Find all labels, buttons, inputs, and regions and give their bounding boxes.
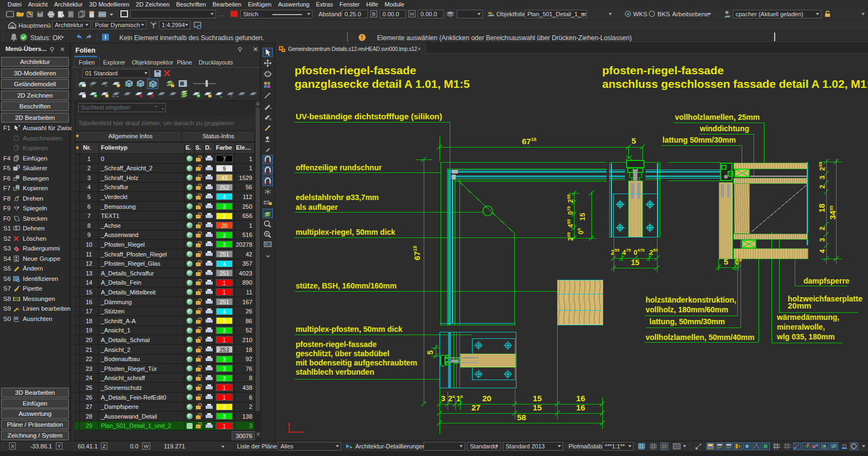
svg-text:27: 27: [471, 403, 481, 412]
svg-text:winddichtung: winddichtung: [699, 124, 749, 133]
svg-text:3: 3: [818, 176, 826, 179]
svg-text:holzständerkonstruktion,: holzständerkonstruktion,: [646, 296, 736, 304]
svg-text:UV-beständige dichtstofffuge (: UV-beständige dichtstofffuge (silikon): [296, 112, 442, 121]
svg-text:stahlblech verbunden: stahlblech verbunden: [296, 368, 374, 376]
svg-text:vollholzlamellen, 25mm: vollholzlamellen, 25mm: [675, 113, 760, 121]
svg-text:pfosten-riegel-fassade: pfosten-riegel-fassade: [295, 64, 416, 76]
svg-text:205: 205: [566, 232, 575, 241]
svg-text:vollholz, 180mm/60mm: vollholz, 180mm/60mm: [646, 305, 729, 314]
svg-text:4: 4: [818, 249, 826, 253]
svg-text:2: 2: [818, 185, 826, 189]
svg-text:pfosten-riegel-fassade: pfosten-riegel-fassade: [602, 64, 724, 76]
svg-text:stütze, BSH, 160mm/160mm: stütze, BSH, 160mm/160mm: [296, 281, 397, 290]
svg-text:als auflager: als auflager: [296, 203, 338, 211]
svg-text:5: 5: [426, 350, 435, 355]
svg-text:5: 5: [724, 257, 728, 266]
svg-text:16: 16: [576, 403, 585, 412]
svg-text:mineralwolle,: mineralwolle,: [777, 323, 825, 331]
svg-text:3455: 3455: [828, 205, 837, 220]
svg-text:multiplex-riegel, 50mm dick: multiplex-riegel, 50mm dick: [296, 228, 395, 236]
svg-text:075: 075: [566, 206, 575, 215]
svg-text:3: 3: [441, 394, 445, 403]
svg-text:15: 15: [578, 213, 586, 221]
svg-text:58: 58: [517, 413, 526, 422]
svg-text:anschluss geschlossen fassade: anschluss geschlossen fassade detail A 1…: [602, 78, 868, 90]
svg-text:geschlitzt, über stabdübel: geschlitzt, über stabdübel: [296, 349, 390, 358]
svg-text:24: 24: [448, 394, 455, 403]
svg-text:wärmedämmung,: wärmedämmung,: [776, 313, 839, 322]
svg-text:475: 475: [622, 248, 631, 256]
svg-text:16: 16: [576, 394, 585, 403]
svg-text:3: 3: [818, 238, 826, 242]
svg-text:offenzeilige rundschnur: offenzeilige rundschnur: [296, 163, 382, 172]
svg-text:0475: 0475: [634, 248, 645, 256]
svg-text:wlg 035, 180mm: wlg 035, 180mm: [776, 332, 835, 341]
svg-text:15: 15: [533, 403, 542, 412]
svg-text:20: 20: [482, 394, 492, 403]
svg-text:!: !: [361, 35, 363, 41]
svg-text:lattung 50mm/30mm: lattung 50mm/30mm: [662, 136, 736, 144]
svg-text:multiplex-pfosten, 50mm dick: multiplex-pfosten, 50mm dick: [296, 325, 403, 333]
svg-text:vollholzlamellen, 50mm/40mm: vollholzlamellen, 50mm/40mm: [646, 333, 755, 342]
svg-text:ganzglasecke detail A 1.01, M1: ganzglasecke detail A 1.01, M1:5: [295, 78, 470, 90]
svg-text:mit bodenseitig aufgeschraubte: mit bodenseitig aufgeschraubtem: [296, 358, 417, 367]
svg-text:20mm: 20mm: [788, 301, 811, 310]
svg-text:6716: 6716: [522, 137, 537, 146]
svg-text:15: 15: [533, 394, 542, 403]
svg-text:18: 18: [817, 203, 826, 213]
svg-text:lattung, 50mm/30mm: lattung, 50mm/30mm: [649, 317, 725, 326]
svg-text:2: 2: [818, 227, 826, 230]
svg-text:dampfsperre: dampfsperre: [803, 277, 850, 285]
svg-text:5: 5: [631, 136, 636, 145]
svg-text:255: 255: [566, 194, 575, 203]
svg-text:6715: 6715: [412, 246, 422, 260]
svg-text:15: 15: [631, 258, 640, 267]
svg-text:255: 255: [611, 248, 620, 256]
svg-text:edelstahlrohr ø33,7mm: edelstahlrohr ø33,7mm: [296, 193, 379, 202]
svg-text:pfosten-riegel-fassade: pfosten-riegel-fassade: [296, 340, 377, 349]
svg-text:05: 05: [577, 228, 585, 234]
svg-text:455: 455: [566, 219, 575, 228]
